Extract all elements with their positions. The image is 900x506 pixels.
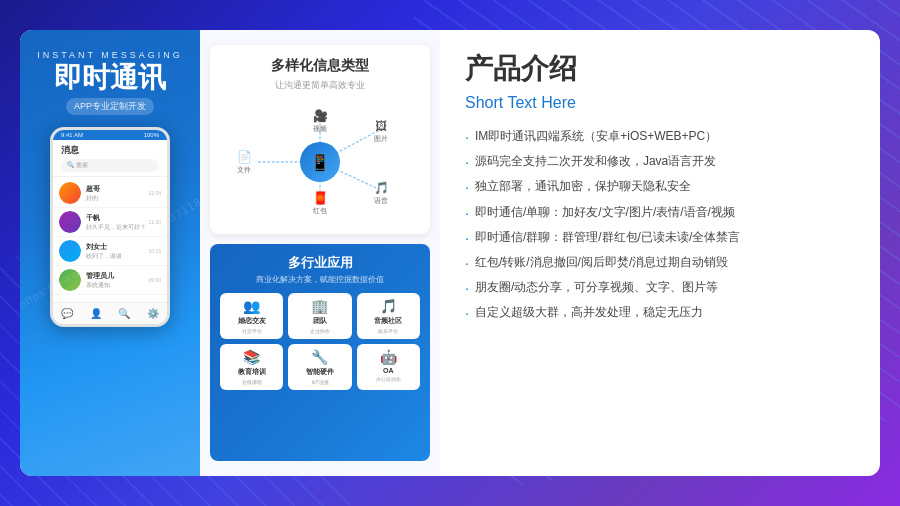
feature-text-7: 朋友圈/动态分享，可分享视频、文字、图片等 [475, 279, 718, 296]
bullet-4: · [465, 204, 469, 222]
edu-icon: 📚 [243, 349, 260, 365]
industry-item-hardware[interactable]: 🔧 智能硬件 IoT连接 [288, 344, 351, 390]
team-icon: 🏢 [311, 298, 328, 314]
hardware-icon: 🔧 [311, 349, 328, 365]
dating-desc: 社交平台 [242, 328, 262, 334]
feature-text-1: IM即时通讯四端系统（安卓+iOS+WEB+PC） [475, 128, 717, 145]
feature-text-8: 自定义超级大群，高并发处理，稳定无压力 [475, 304, 703, 321]
industry-title: 多行业应用 [220, 254, 420, 272]
video-icon: 🎥 [313, 109, 328, 123]
instant-msg-label: INSTANT MESSAGING [37, 50, 183, 60]
middle-panel: 多样化信息类型 让沟通更简单高效专业 📱 🎥 视频 [200, 30, 440, 476]
avatar-2 [59, 211, 81, 233]
right-panel: 产品介绍 Short Text Here · IM即时通讯四端系统（安卓+iOS… [440, 30, 880, 476]
edu-name: 教育培训 [238, 367, 266, 377]
phone-header: 消息 🔍 搜索 [53, 140, 167, 177]
chat-info-1: 超哥 好的 [86, 184, 148, 203]
nav-icon-messages[interactable]: 💬 [58, 305, 76, 323]
team-desc: 企业协作 [310, 328, 330, 334]
audio-icon: 🎵 [380, 298, 397, 314]
feature-text-5: 即时通信/群聊：群管理/群红包/已读未读/全体禁言 [475, 229, 740, 246]
hongbao-icon: 🧧 [313, 191, 328, 205]
oa-icon: 🤖 [380, 349, 397, 365]
oa-desc: 办公自动化 [376, 376, 401, 382]
team-name: 团队 [313, 316, 327, 326]
feature-item-3: · 独立部署，通讯加密，保护聊天隐私安全 [465, 178, 855, 196]
bullet-8: · [465, 304, 469, 322]
chat-info-4: 管理员儿 系统通知 [86, 271, 148, 290]
chat-msg-1: 好的 [86, 194, 148, 203]
hardware-desc: IoT连接 [311, 379, 328, 385]
voice-icon: 🎵 [374, 181, 389, 195]
features-list: · IM即时通讯四端系统（安卓+iOS+WEB+PC） · 源码完全支持二次开发… [465, 128, 855, 323]
feature-text-4: 即时通信/单聊：加好友/文字/图片/表情/语音/视频 [475, 204, 735, 221]
avatar-1 [59, 182, 81, 204]
network-node-video: 🎥 视频 [306, 107, 334, 135]
feature-item-5: · 即时通信/群聊：群管理/群红包/已读未读/全体禁言 [465, 229, 855, 247]
nav-icon-profile[interactable]: ⚙️ [144, 305, 162, 323]
bullet-2: · [465, 153, 469, 171]
dating-name: 婚恋交友 [238, 316, 266, 326]
industry-subtitle: 商业化解决方案，赋能挖掘数据价值 [220, 274, 420, 285]
phone-search[interactable]: 🔍 搜索 [61, 159, 159, 172]
phone-status-bar: 9:41 AM 100% [53, 130, 167, 140]
product-intro-title: 产品介绍 [465, 50, 855, 88]
chat-msg-4: 系统通知 [86, 281, 148, 290]
edu-desc: 在线课程 [242, 379, 262, 385]
feature-item-4: · 即时通信/单聊：加好友/文字/图片/表情/语音/视频 [465, 204, 855, 222]
phone-time: 9:41 AM [61, 132, 83, 138]
chat-name-4: 管理员儿 [86, 271, 148, 281]
oa-name: OA [383, 367, 394, 374]
file-icon: 📄 [237, 150, 252, 164]
chat-time-3: 10:15 [148, 248, 161, 254]
feature-text-2: 源码完全支持二次开发和修改，Java语言开发 [475, 153, 716, 170]
network-node-voice: 🎵 语音 [367, 179, 395, 207]
bullet-7: · [465, 279, 469, 297]
feature-item-6: · 红包/转账/消息撤回/阅后即焚/消息过期自动销毁 [465, 254, 855, 272]
network-center-node: 📱 [300, 142, 340, 182]
industry-item-oa[interactable]: 🤖 OA 办公自动化 [357, 344, 420, 390]
chat-time-4: 09:00 [148, 277, 161, 283]
network-node-hongbao: 🧧 红包 [306, 189, 334, 217]
industry-item-edu[interactable]: 📚 教育培训 在线课程 [220, 344, 283, 390]
product-short-text: Short Text Here [465, 94, 855, 112]
instant-msg-title: 即时通讯 [54, 64, 166, 92]
chat-item-1[interactable]: 超哥 好的 12:34 [53, 179, 167, 208]
chat-time-1: 12:34 [148, 190, 161, 196]
phone-battery: 100% [144, 132, 159, 138]
network-node-file: 📄 文件 [230, 148, 258, 176]
main-card: INSTANT MESSAGING 即时通讯 APP专业定制开发 https:/… [20, 30, 880, 476]
instant-msg-subtitle: APP专业定制开发 [66, 98, 154, 115]
feature-item-7: · 朋友圈/动态分享，可分享视频、文字、图片等 [465, 279, 855, 297]
industry-item-team[interactable]: 🏢 团队 企业协作 [288, 293, 351, 339]
network-node-picture: 🖼 图片 [367, 117, 395, 145]
picture-icon: 🖼 [375, 119, 387, 133]
industry-section: 多行业应用 商业化解决方案，赋能挖掘数据价值 👥 婚恋交友 社交平台 🏢 团队 … [210, 244, 430, 461]
feature-item-8: · 自定义超级大群，高并发处理，稳定无压力 [465, 304, 855, 322]
bullet-1: · [465, 128, 469, 146]
feature-item-1: · IM即时通讯四端系统（安卓+iOS+WEB+PC） [465, 128, 855, 146]
feature-text-3: 独立部署，通讯加密，保护聊天隐私安全 [475, 178, 691, 195]
nav-icon-contacts[interactable]: 👤 [87, 305, 105, 323]
dating-icon: 👥 [243, 298, 260, 314]
bullet-3: · [465, 178, 469, 196]
audio-desc: 娱乐平台 [378, 328, 398, 334]
audio-name: 音频社区 [374, 316, 402, 326]
bullet-5: · [465, 229, 469, 247]
left-panel: INSTANT MESSAGING 即时通讯 APP专业定制开发 https:/… [20, 30, 200, 476]
phone-header-title: 消息 [61, 144, 159, 157]
feature-item-2: · 源码完全支持二次开发和修改，Java语言开发 [465, 153, 855, 171]
phone-bottom-nav: 💬 👤 🔍 ⚙️ [53, 302, 167, 324]
nav-icon-discover[interactable]: 🔍 [115, 305, 133, 323]
hardware-name: 智能硬件 [306, 367, 334, 377]
chat-name-1: 超哥 [86, 184, 148, 194]
bullet-6: · [465, 254, 469, 272]
chat-name-2: 千帆 [86, 213, 148, 223]
info-types-title: 多样化信息类型 [220, 57, 420, 75]
network-diagram: 📱 🎥 视频 🖼 图片 📄 文件 🎵 语音 [220, 102, 420, 222]
industry-grid: 👥 婚恋交友 社交平台 🏢 团队 企业协作 🎵 音频社区 娱乐平台 📚 教育培训 [220, 293, 420, 390]
industry-item-dating[interactable]: 👥 婚恋交友 社交平台 [220, 293, 283, 339]
industry-item-audio[interactable]: 🎵 音频社区 娱乐平台 [357, 293, 420, 339]
info-types-section: 多样化信息类型 让沟通更简单高效专业 📱 🎥 视频 [210, 45, 430, 234]
avatar-3 [59, 240, 81, 262]
